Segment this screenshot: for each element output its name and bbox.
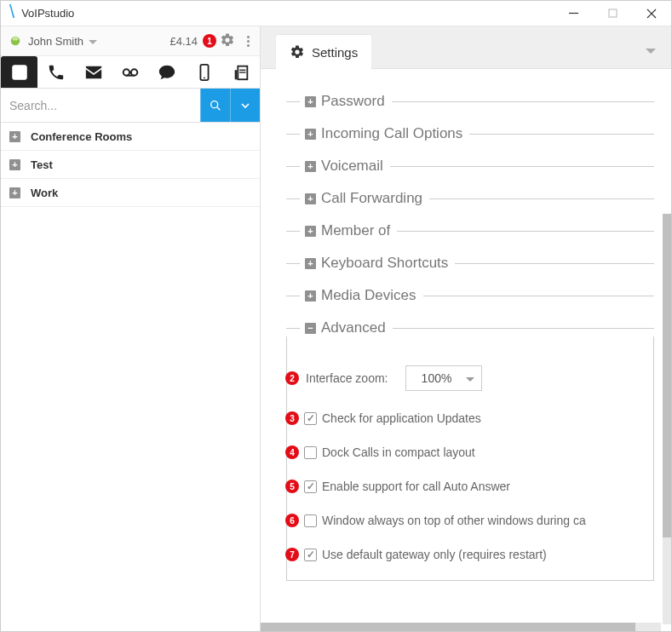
tab-contacts[interactable] xyxy=(1,56,37,88)
callout-2: 2 xyxy=(285,371,299,385)
row-interface-zoom: 2 Interface zoom: 100% xyxy=(296,365,640,391)
panel-menu-caret-icon[interactable] xyxy=(646,45,656,58)
zoom-select[interactable]: 100% xyxy=(405,365,482,391)
section-title: Incoming Call Options xyxy=(321,125,462,142)
group-work[interactable]: Work xyxy=(1,179,260,207)
expand-icon xyxy=(305,96,316,107)
svg-rect-13 xyxy=(235,70,238,79)
expand-icon xyxy=(305,258,316,269)
dock-calls-checkbox[interactable] xyxy=(304,446,317,459)
tab-fax[interactable] xyxy=(223,56,260,88)
callout-7: 7 xyxy=(285,548,299,561)
section-call-forwarding[interactable]: Call Forwarding xyxy=(286,190,654,207)
group-label: Test xyxy=(31,158,53,171)
search-row xyxy=(1,89,260,123)
settings-gear-icon[interactable] xyxy=(220,32,235,50)
group-label: Conference Rooms xyxy=(31,130,132,143)
more-menu-icon[interactable] xyxy=(244,36,253,47)
svg-point-9 xyxy=(131,69,137,75)
svg-point-17 xyxy=(211,101,218,107)
expand-icon xyxy=(305,290,316,302)
scrollbar-thumb[interactable] xyxy=(663,214,671,537)
window-controls xyxy=(554,1,671,26)
section-title: Member of xyxy=(321,222,390,239)
user-menu-caret-icon[interactable] xyxy=(89,35,97,48)
section-title: Password xyxy=(321,93,385,110)
row-check-updates: 3 Check for application Updates xyxy=(296,411,640,425)
default-gateway-checkbox[interactable] xyxy=(304,549,317,561)
section-password[interactable]: Password xyxy=(286,93,654,110)
minimize-button[interactable] xyxy=(554,1,593,26)
tab-voicemail[interactable] xyxy=(112,56,148,88)
callout-1: 1 xyxy=(203,34,216,48)
section-member-of[interactable]: Member of xyxy=(286,222,654,239)
section-voicemail[interactable]: Voicemail xyxy=(286,158,654,175)
svg-point-5 xyxy=(13,37,19,40)
svg-point-7 xyxy=(17,68,22,73)
balance-label: £4.14 xyxy=(169,35,198,48)
always-on-top-checkbox[interactable] xyxy=(304,514,317,527)
user-bar: John Smith £4.14 1 xyxy=(1,26,260,56)
row-auto-answer: 5 Enable support for call Auto Answer xyxy=(296,480,640,493)
tab-dialer[interactable] xyxy=(37,56,74,88)
always-on-top-label: Window always on top of other windows du… xyxy=(322,514,586,527)
expand-icon xyxy=(305,161,316,172)
section-title: Voicemail xyxy=(321,158,383,175)
user-name[interactable]: John Smith xyxy=(28,35,83,48)
section-advanced-header[interactable]: Advanced xyxy=(286,319,654,336)
chevron-down-icon xyxy=(466,371,474,385)
tab-mobile[interactable] xyxy=(186,56,222,88)
check-updates-label: Check for application Updates xyxy=(322,411,481,425)
callout-6: 6 xyxy=(285,514,299,527)
tab-messages[interactable] xyxy=(75,56,112,88)
tab-chat[interactable] xyxy=(149,56,186,88)
section-title: Call Forwarding xyxy=(321,190,422,207)
section-keyboard-shortcuts[interactable]: Keyboard Shortcuts xyxy=(286,255,654,272)
nav-tabs xyxy=(1,56,260,89)
callout-3: 3 xyxy=(285,411,299,425)
group-conference-rooms[interactable]: Conference Rooms xyxy=(1,123,260,151)
presence-icon[interactable] xyxy=(9,35,21,47)
app-logo-icon: \ xyxy=(9,1,14,23)
horizontal-scrollbar[interactable] xyxy=(261,623,661,631)
group-test[interactable]: Test xyxy=(1,151,260,179)
settings-header: Settings xyxy=(261,26,671,69)
dock-calls-label: Dock Calls in compact layout xyxy=(322,445,475,459)
zoom-label: Interface zoom: xyxy=(306,371,388,385)
section-title: Media Devices xyxy=(321,287,416,304)
section-title: Keyboard Shortcuts xyxy=(321,255,448,272)
auto-answer-label: Enable support for call Auto Answer xyxy=(322,480,510,493)
section-incoming-call-options[interactable]: Incoming Call Options xyxy=(286,125,654,142)
default-gateway-label: Use default gateway only (requires resta… xyxy=(322,548,547,561)
left-panel: John Smith £4.14 1 xyxy=(1,26,261,631)
window-title: VoIPstudio xyxy=(21,7,554,20)
search-button[interactable] xyxy=(200,89,230,122)
group-label: Work xyxy=(31,187,58,199)
svg-point-12 xyxy=(204,77,205,78)
section-title: Advanced xyxy=(321,319,386,336)
right-panel: Settings Password Incoming Call Op xyxy=(261,26,671,631)
check-updates-checkbox[interactable] xyxy=(304,412,317,425)
expand-icon xyxy=(9,187,20,198)
window-titlebar: \ VoIPstudio xyxy=(1,1,671,26)
callout-5: 5 xyxy=(285,480,299,493)
callout-4: 4 xyxy=(285,445,299,459)
expand-icon xyxy=(305,226,316,237)
search-input[interactable] xyxy=(1,89,200,122)
svg-point-8 xyxy=(123,69,129,75)
row-always-on-top: 6 Window always on top of other windows … xyxy=(296,514,640,527)
section-advanced: Advanced 2 Interface zoom: 100% xyxy=(286,319,654,581)
search-dropdown-button[interactable] xyxy=(230,89,260,122)
expand-icon xyxy=(305,193,316,204)
collapse-icon xyxy=(305,323,316,334)
expand-icon xyxy=(9,159,20,170)
settings-tab[interactable]: Settings xyxy=(276,35,371,69)
svg-rect-1 xyxy=(609,9,617,17)
scrollbar-thumb[interactable] xyxy=(261,623,635,631)
maximize-button[interactable] xyxy=(593,1,632,26)
vertical-scrollbar[interactable] xyxy=(663,214,671,624)
section-media-devices[interactable]: Media Devices xyxy=(286,287,654,304)
settings-tab-label: Settings xyxy=(312,45,358,60)
close-button[interactable] xyxy=(632,1,671,26)
auto-answer-checkbox[interactable] xyxy=(304,480,317,493)
